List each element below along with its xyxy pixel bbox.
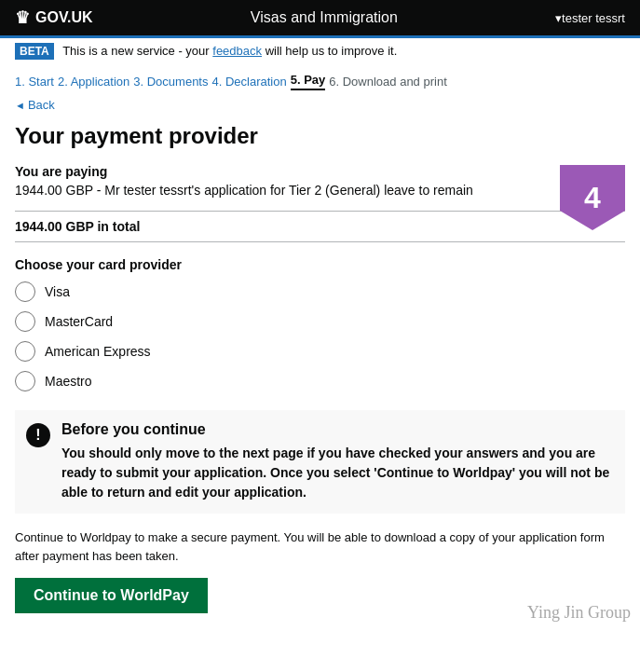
- crown-icon: ♛: [15, 7, 30, 28]
- radio-visa-label: Visa: [45, 284, 70, 299]
- step-documents[interactable]: 3. Documents: [133, 75, 208, 89]
- feedback-link[interactable]: feedback: [212, 44, 262, 58]
- card-provider-label: Choose your card provider: [15, 257, 625, 272]
- step-start[interactable]: 1. Start: [15, 75, 54, 89]
- step-download: 6. Download and print: [329, 75, 446, 89]
- warning-box: ! Before you continue You should only mo…: [15, 410, 625, 514]
- radio-amex[interactable]: American Express: [15, 341, 625, 362]
- radio-amex-label: American Express: [45, 344, 151, 359]
- beta-text: This is a new service - your: [62, 44, 212, 58]
- warning-title: Before you continue: [61, 421, 614, 438]
- paying-label: You are paying: [15, 164, 625, 179]
- warning-content: Before you continue You should only move…: [61, 421, 614, 502]
- progress-nav: 1. Start 2. Application 3. Documents 4. …: [0, 63, 640, 90]
- continue-text: Continue to Worldpay to make a secure pa…: [15, 528, 625, 565]
- radio-mastercard-input[interactable]: [15, 311, 35, 332]
- user-menu[interactable]: ▾tester tessrt: [555, 11, 625, 25]
- warning-body: You should only move to the next page if…: [61, 444, 614, 502]
- radio-visa-input[interactable]: [15, 281, 35, 302]
- total-amount: 1944.00 GBP in total: [15, 211, 625, 242]
- warning-icon: !: [26, 423, 50, 447]
- site-title: Visas and Immigration: [251, 9, 398, 26]
- radio-maestro-input[interactable]: [15, 371, 35, 391]
- radio-amex-input[interactable]: [15, 341, 35, 362]
- radio-maestro-label: Maestro: [45, 374, 92, 389]
- paying-value: 1944.00 GBP - Mr tester tessrt's applica…: [15, 183, 625, 198]
- site-header: ♛ GOV.UK Visas and Immigration ▾tester t…: [0, 0, 640, 35]
- back-link[interactable]: Back: [15, 98, 55, 112]
- radio-visa[interactable]: Visa: [15, 281, 625, 302]
- radio-mastercard[interactable]: MasterCard: [15, 311, 625, 332]
- step-declaration[interactable]: 4. Declaration: [211, 75, 286, 89]
- badge-number: 4: [584, 181, 601, 215]
- step-application[interactable]: 2. Application: [58, 75, 129, 89]
- gov-logo-text: GOV.UK: [35, 9, 93, 26]
- step-pay: 5. Pay: [291, 73, 326, 90]
- step-badge-container: 4: [560, 165, 625, 230]
- step-badge: 4: [560, 165, 625, 230]
- page-title: Your payment provider: [15, 123, 625, 149]
- radio-maestro[interactable]: Maestro: [15, 371, 625, 391]
- radio-mastercard-label: MasterCard: [45, 314, 113, 329]
- continue-button[interactable]: Continue to WorldPay: [15, 578, 208, 613]
- beta-banner: BETA This is a new service - your feedba…: [0, 35, 640, 63]
- watermark: Ying Jin Group: [527, 603, 631, 623]
- gov-logo: ♛ GOV.UK: [15, 7, 93, 28]
- beta-tag: BETA: [15, 43, 54, 60]
- main-content: 4 Back Your payment provider You are pay…: [0, 90, 640, 632]
- beta-text-after: will help us to improve it.: [262, 44, 397, 58]
